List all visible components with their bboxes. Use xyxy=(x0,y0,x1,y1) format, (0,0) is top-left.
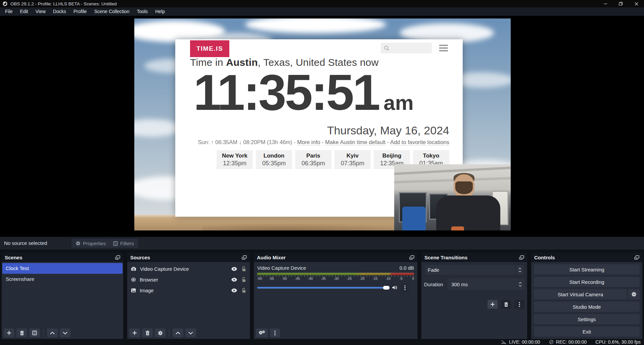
combo-arrows-icon[interactable] xyxy=(515,264,524,275)
stream-inactive-icon xyxy=(501,340,507,344)
popout-icon[interactable] xyxy=(242,255,247,260)
webcam-video-source[interactable] xyxy=(394,164,511,230)
source-properties-button[interactable] xyxy=(155,329,166,337)
add-source-button[interactable] xyxy=(129,329,140,337)
move-scene-up-button[interactable] xyxy=(47,329,58,337)
remove-scene-button[interactable] xyxy=(16,329,27,337)
lock-icon[interactable] xyxy=(242,277,246,282)
timeis-clock: 11:35:51 am xyxy=(193,70,414,115)
visibility-eye-icon[interactable] xyxy=(231,288,237,293)
camera-icon xyxy=(131,267,136,271)
menu-view[interactable]: View xyxy=(32,7,49,16)
audio-mixer-panel-header[interactable]: Audio Mixer xyxy=(254,253,417,262)
popout-icon[interactable] xyxy=(115,255,120,260)
add-scene-button[interactable] xyxy=(4,329,14,337)
source-row-video-capture[interactable]: Video Capture Device xyxy=(127,264,250,274)
menu-file[interactable]: File xyxy=(1,7,16,16)
popout-icon[interactable] xyxy=(519,255,524,260)
program-canvas[interactable]: TIME.IS Time in Austin, Texas, United St… xyxy=(134,18,511,230)
source-row-image[interactable]: Image xyxy=(127,285,250,296)
transitions-panel-header[interactable]: Scene Transitions xyxy=(421,253,527,262)
scenes-panel-title: Scenes xyxy=(5,255,22,260)
obs-logo-icon xyxy=(3,1,7,6)
spinbox-arrows-icon[interactable] xyxy=(516,278,524,290)
move-scene-down-button[interactable] xyxy=(60,329,71,337)
rec-status: REC: 00:00:00 xyxy=(549,339,587,345)
scene-item-clock-test[interactable]: Clock Test xyxy=(2,263,123,274)
scene-filters-button[interactable] xyxy=(29,329,40,337)
lock-icon[interactable] xyxy=(242,266,246,271)
advanced-audio-properties-button[interactable] xyxy=(256,329,268,337)
visibility-eye-icon[interactable] xyxy=(231,267,237,271)
filters-button[interactable]: Filters xyxy=(109,239,138,248)
popout-icon[interactable] xyxy=(409,255,414,260)
volume-slider[interactable] xyxy=(257,287,389,289)
preview-area: TIME.IS Time in Austin, Texas, United St… xyxy=(0,16,644,237)
studio-mode-button[interactable]: Studio Mode xyxy=(534,302,640,312)
visibility-eye-icon[interactable] xyxy=(231,277,237,282)
city-box-paris: Paris06:35pm xyxy=(295,150,331,169)
window-title: OBS 29.1.2 - Profile: LLHLS BETA - Scene… xyxy=(10,1,117,6)
transition-select[interactable]: Fade xyxy=(424,264,524,275)
controls-panel: Controls Start Streaming Start Recording… xyxy=(531,253,642,339)
menu-docks[interactable]: Docks xyxy=(49,7,70,16)
volume-slider-handle[interactable] xyxy=(383,286,389,290)
city-box-kyiv: Kyiv07:35pm xyxy=(334,150,371,169)
gear-icon xyxy=(76,241,81,246)
mixer-channel-name: Video Capture Device xyxy=(257,265,306,271)
start-recording-button[interactable]: Start Recording xyxy=(534,277,640,287)
menu-bar: File Edit View Docks Profile Scene Colle… xyxy=(0,7,644,16)
title-bar: OBS 29.1.2 - Profile: LLHLS BETA - Scene… xyxy=(0,0,644,7)
controls-panel-title: Controls xyxy=(534,255,555,260)
add-transition-button[interactable] xyxy=(488,300,498,309)
virtual-camera-settings-button[interactable] xyxy=(628,289,640,299)
mixer-level-db: 0.0 dB xyxy=(400,265,414,271)
popout-icon[interactable] xyxy=(634,255,639,260)
timeis-sun-info: Sun: ↑ 06:35AM ↓ 08:20PM (13h 46m) - Mor… xyxy=(198,139,449,145)
volume-meter xyxy=(257,273,414,275)
properties-button[interactable]: Properties xyxy=(72,239,110,248)
sources-panel: Sources Video Capture Device Browser Ima… xyxy=(127,253,250,339)
menu-edit[interactable]: Edit xyxy=(16,7,32,16)
remove-transition-button[interactable] xyxy=(501,300,511,309)
move-source-up-button[interactable] xyxy=(173,329,183,337)
duration-spinbox[interactable]: 300 ms xyxy=(448,278,524,290)
globe-icon xyxy=(131,277,136,282)
source-row-browser[interactable]: Browser xyxy=(127,274,250,285)
mixer-channel-menu-button[interactable] xyxy=(401,283,409,292)
minimize-button[interactable] xyxy=(598,0,613,7)
menu-help[interactable]: Help xyxy=(151,7,169,16)
timeis-date: Thursday, May 16, 2024 xyxy=(327,124,449,137)
scenes-panel: Scenes Clock Test Screenshare xyxy=(2,253,123,339)
add-favorite-link: Add to favorite locations xyxy=(390,139,449,145)
clock-meridiem: am xyxy=(383,92,414,113)
speaker-mute-icon[interactable] xyxy=(392,285,398,290)
cpu-fps-status: CPU: 0.6%, 30.00 fps xyxy=(595,339,641,345)
scene-item-screenshare[interactable]: Screenshare xyxy=(2,274,123,285)
hamburger-menu-icon xyxy=(439,45,448,51)
close-button[interactable] xyxy=(629,0,644,7)
transition-properties-button[interactable] xyxy=(514,300,524,309)
controls-panel-header[interactable]: Controls xyxy=(531,253,642,262)
menu-tools[interactable]: Tools xyxy=(133,7,151,16)
settings-button[interactable]: Settings xyxy=(534,314,640,324)
sources-panel-header[interactable]: Sources xyxy=(127,253,250,262)
menu-profile[interactable]: Profile xyxy=(70,7,91,16)
duration-label: Duration xyxy=(424,282,445,287)
status-bar: LIVE: 00:00:00 REC: 00:00:00 CPU: 0.6%, … xyxy=(0,339,644,345)
lock-icon[interactable] xyxy=(242,288,246,293)
clock-time: 11:35:51 xyxy=(193,70,379,115)
audio-mixer-panel: Audio Mixer Video Capture Device 0.0 dB … xyxy=(254,253,417,339)
mixer-menu-button[interactable] xyxy=(270,329,280,337)
timeis-logo: TIME.IS xyxy=(190,40,229,57)
remove-source-button[interactable] xyxy=(142,329,153,337)
exit-button[interactable]: Exit xyxy=(534,327,640,337)
scenes-panel-header[interactable]: Scenes xyxy=(2,253,123,262)
start-virtual-camera-button[interactable]: Start Virtual Camera xyxy=(534,289,627,299)
start-streaming-button[interactable]: Start Streaming xyxy=(534,264,640,274)
transition-selected-value: Fade xyxy=(424,267,515,273)
audio-mixer-title: Audio Mixer xyxy=(257,255,286,260)
move-source-down-button[interactable] xyxy=(185,329,196,337)
menu-scene-collection[interactable]: Scene Collection xyxy=(90,7,133,16)
restore-button[interactable] xyxy=(613,0,629,7)
